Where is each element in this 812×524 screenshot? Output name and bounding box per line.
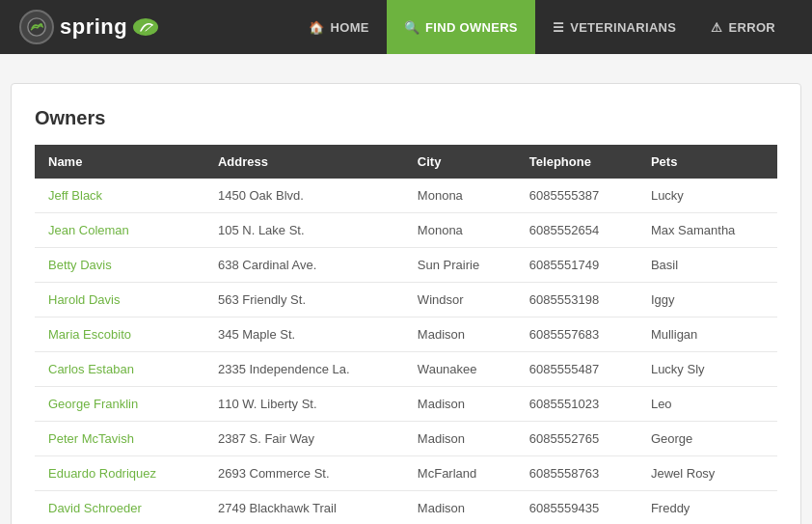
logo: spring <box>19 10 158 44</box>
warning-icon: ⚠ <box>711 20 722 35</box>
logo-icon <box>19 10 54 44</box>
cell-name: Carlos Estaban <box>35 352 204 387</box>
owner-link[interactable]: Betty Davis <box>48 258 112 272</box>
search-icon: 🔍 <box>404 20 420 35</box>
table-row: David Schroeder 2749 Blackhawk Trail Mad… <box>35 491 777 525</box>
home-icon: 🏠 <box>309 20 324 35</box>
cell-telephone: 6085559435 <box>516 491 637 525</box>
owners-table: Name Address City Telephone Pets Jeff Bl… <box>35 145 777 524</box>
cell-telephone: 6085555387 <box>516 179 637 213</box>
cell-address: 345 Maple St. <box>204 317 404 352</box>
page-title: Owners <box>35 107 777 129</box>
cell-pets: Iggy <box>637 283 777 317</box>
table-row: Peter McTavish 2387 S. Fair Way Madison … <box>35 422 777 456</box>
owner-link[interactable]: George Franklin <box>48 397 138 411</box>
cell-city: Madison <box>404 422 516 456</box>
col-telephone: Telephone <box>516 145 637 179</box>
cell-address: 1450 Oak Blvd. <box>204 179 404 213</box>
cell-pets: Max Samantha <box>637 213 777 248</box>
cell-pets: Lucky Sly <box>637 352 777 387</box>
cell-city: Madison <box>404 387 516 422</box>
list-icon: ☰ <box>553 20 564 35</box>
svg-point-1 <box>133 18 158 36</box>
cell-pets: George <box>637 422 777 456</box>
cell-city: Sun Prairie <box>404 248 516 283</box>
cell-address: 2693 Commerce St. <box>204 456 404 491</box>
nav-veterinarians[interactable]: ☰ VETERINARIANS <box>535 0 693 54</box>
owner-link[interactable]: Peter McTavish <box>48 431 134 446</box>
owner-link[interactable]: Carlos Estaban <box>48 362 134 376</box>
owner-link[interactable]: Maria Escobito <box>48 327 131 342</box>
cell-telephone: 6085555487 <box>516 352 637 387</box>
cell-name: Harold Davis <box>35 283 204 317</box>
cell-telephone: 6085552654 <box>516 213 637 248</box>
cell-name: Betty Davis <box>35 248 204 283</box>
cell-pets: Leo <box>637 387 777 422</box>
cell-city: McFarland <box>404 456 516 491</box>
cell-telephone: 6085551023 <box>516 387 637 422</box>
cell-telephone: 6085558763 <box>516 456 637 491</box>
cell-telephone: 6085557683 <box>516 317 637 352</box>
cell-address: 2749 Blackhawk Trail <box>204 491 404 525</box>
cell-pets: Mulligan <box>637 317 777 352</box>
cell-city: Madison <box>404 491 516 525</box>
nav-error[interactable]: ⚠ ERROR <box>693 0 793 54</box>
cell-address: 2387 S. Fair Way <box>204 422 404 456</box>
table-row: Maria Escobito 345 Maple St. Madison 608… <box>35 317 777 352</box>
owner-link[interactable]: Eduardo Rodriquez <box>48 466 156 481</box>
table-row: Carlos Estaban 2335 Independence La. Wau… <box>35 352 777 387</box>
cell-city: Waunakee <box>404 352 516 387</box>
cell-city: Windsor <box>404 283 516 317</box>
owner-link[interactable]: Jean Coleman <box>48 223 129 237</box>
cell-city: Monona <box>404 213 516 248</box>
cell-name: Jean Coleman <box>35 213 204 248</box>
cell-address: 638 Cardinal Ave. <box>204 248 404 283</box>
cell-telephone: 6085551749 <box>516 248 637 283</box>
cell-pets: Jewel Rosy <box>637 456 777 491</box>
owner-link[interactable]: Harold Davis <box>48 292 120 307</box>
cell-pets: Lucky <box>637 179 777 213</box>
table-row: Betty Davis 638 Cardinal Ave. Sun Prairi… <box>35 248 777 283</box>
nav-find-owners[interactable]: 🔍 FIND OWNERS <box>387 0 535 54</box>
cell-address: 2335 Independence La. <box>204 352 404 387</box>
col-pets: Pets <box>637 145 777 179</box>
logo-circle-icon <box>26 16 47 38</box>
table-body: Jeff Black 1450 Oak Blvd. Monona 6085555… <box>35 179 777 524</box>
nav-home[interactable]: 🏠 HOME <box>291 0 387 54</box>
owner-link[interactable]: David Schroeder <box>48 501 142 515</box>
cell-telephone: 6085553198 <box>516 283 637 317</box>
cell-name: Eduardo Rodriquez <box>35 456 204 491</box>
cell-address: 110 W. Liberty St. <box>204 387 404 422</box>
logo-text: spring <box>60 14 127 40</box>
col-address: Address <box>204 145 404 179</box>
table-row: Eduardo Rodriquez 2693 Commerce St. McFa… <box>35 456 777 491</box>
owner-link[interactable]: Jeff Black <box>48 188 102 203</box>
cell-pets: Freddy <box>637 491 777 525</box>
col-name: Name <box>35 145 204 179</box>
table-row: George Franklin 110 W. Liberty St. Madis… <box>35 387 777 422</box>
table-header: Name Address City Telephone Pets <box>35 145 777 179</box>
cell-city: Monona <box>404 179 516 213</box>
table-row: Harold Davis 563 Friendly St. Windsor 60… <box>35 283 777 317</box>
cell-name: Maria Escobito <box>35 317 204 352</box>
table-row: Jean Coleman 105 N. Lake St. Monona 6085… <box>35 213 777 248</box>
cell-telephone: 6085552765 <box>516 422 637 456</box>
col-city: City <box>404 145 516 179</box>
cell-name: Peter McTavish <box>35 422 204 456</box>
cell-pets: Basil <box>637 248 777 283</box>
nav-links: 🏠 HOME 🔍 FIND OWNERS ☰ VETERINARIANS ⚠ E… <box>291 0 793 54</box>
cell-address: 563 Friendly St. <box>204 283 404 317</box>
table-row: Jeff Black 1450 Oak Blvd. Monona 6085555… <box>35 179 777 213</box>
navbar: spring 🏠 HOME 🔍 FIND OWNERS ☰ VETERINARI… <box>0 0 812 54</box>
cell-address: 105 N. Lake St. <box>204 213 404 248</box>
cell-city: Madison <box>404 317 516 352</box>
main-content: Owners Name Address City Telephone Pets … <box>11 83 801 524</box>
cell-name: Jeff Black <box>35 179 204 213</box>
logo-leaf-icon <box>133 17 158 37</box>
cell-name: David Schroeder <box>35 491 204 525</box>
cell-name: George Franklin <box>35 387 204 422</box>
